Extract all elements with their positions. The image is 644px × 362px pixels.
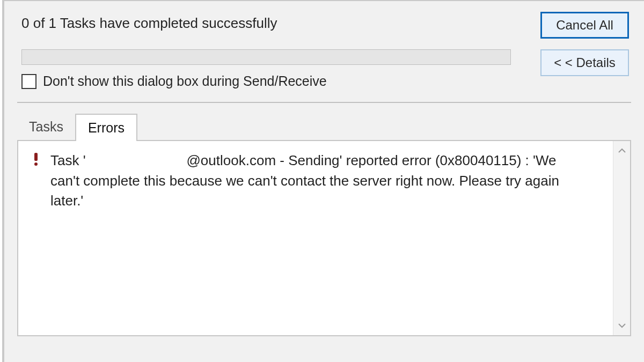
status-text: 0 of 1 Tasks have completed successfully: [21, 12, 540, 32]
dont-show-checkbox[interactable]: [21, 74, 36, 89]
tab-errors[interactable]: Errors: [75, 114, 137, 141]
error-message-text: Task ' @outlook.com - Sending' reported …: [50, 151, 587, 211]
dont-show-checkbox-label: Don't show this dialog box during Send/R…: [43, 73, 327, 89]
error-item: Task ' @outlook.com - Sending' reported …: [31, 151, 606, 211]
svg-rect-0: [34, 153, 38, 161]
scroll-down-button[interactable]: [616, 319, 628, 332]
errors-panel: Task ' @outlook.com - Sending' reported …: [17, 140, 631, 336]
details-button[interactable]: < < Details: [540, 49, 629, 76]
vertical-scrollbar[interactable]: [613, 141, 630, 335]
error-icon: [31, 153, 41, 166]
dont-show-checkbox-row: Don't show this dialog box during Send/R…: [21, 73, 629, 89]
errors-content: Task ' @outlook.com - Sending' reported …: [18, 141, 613, 335]
right-button-column: Cancel All < < Details: [540, 12, 629, 76]
cancel-all-button[interactable]: Cancel All: [540, 12, 629, 39]
header-row: 0 of 1 Tasks have completed successfully…: [21, 12, 629, 76]
tab-tasks[interactable]: Tasks: [17, 114, 75, 140]
progress-row: [21, 49, 629, 65]
divider: [17, 102, 631, 103]
progress-bar: [21, 49, 511, 65]
tabs-area: Tasks Errors Task ' @outlook.com - Sendi…: [17, 113, 631, 336]
tabs: Tasks Errors: [17, 113, 631, 140]
svg-point-1: [34, 162, 38, 166]
dialog-top-area: 0 of 1 Tasks have completed successfully…: [4, 1, 644, 89]
scroll-up-button[interactable]: [616, 144, 628, 157]
send-receive-dialog: 0 of 1 Tasks have completed successfully…: [2, 0, 644, 362]
